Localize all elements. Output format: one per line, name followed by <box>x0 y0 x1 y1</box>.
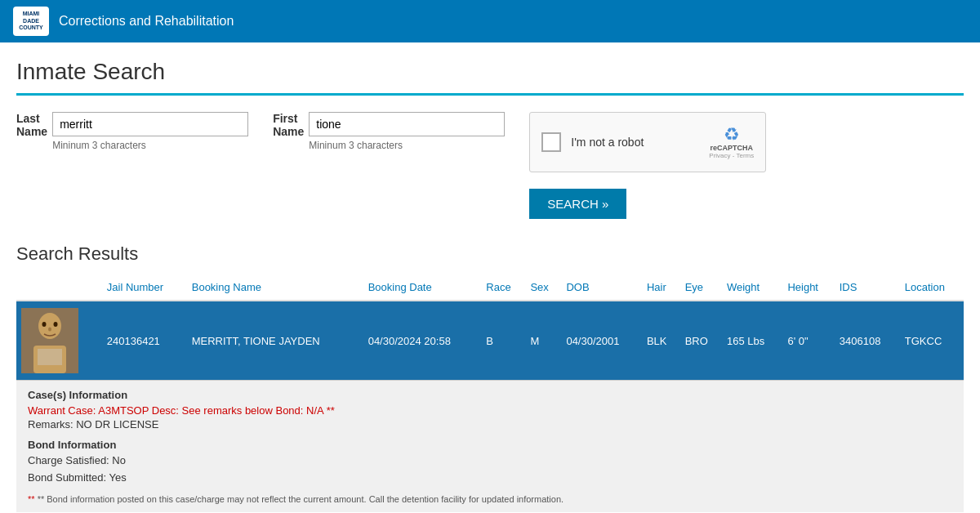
charge-satisfied: Charge Satisfied: No <box>28 453 952 470</box>
col-sex: Sex <box>525 274 561 301</box>
captcha-and-search: I'm not a robot ♻ reCAPTCHA Privacy - Te… <box>529 112 766 219</box>
cell-booking-name: MERRITT, TIONE JAYDEN <box>187 301 363 381</box>
svg-point-6 <box>48 328 51 332</box>
warrant-desc: Desc: See remarks below Bond: N/A ** <box>152 404 335 417</box>
col-photo <box>16 274 102 301</box>
recaptcha-brand: reCAPTCHA <box>710 144 754 152</box>
last-name-label: Last Name <box>16 112 47 138</box>
svg-point-4 <box>42 322 47 327</box>
table-row: 240136421 MERRITT, TIONE JAYDEN 04/30/20… <box>16 301 964 381</box>
svg-rect-3 <box>38 349 62 365</box>
col-weight: Weight <box>722 274 782 301</box>
cell-ids: 3406108 <box>835 301 900 381</box>
last-name-input[interactable] <box>52 112 248 136</box>
col-location: Location <box>900 274 964 301</box>
col-ids: IDS <box>835 274 900 301</box>
disclaimer-text: ** Bond information posted on this case/… <box>38 494 564 504</box>
col-dob: DOB <box>561 274 641 301</box>
col-eye: Eye <box>680 274 722 301</box>
header-title: Corrections and Rehabilitation <box>59 14 234 29</box>
col-jail-number: Jail Number <box>102 274 187 301</box>
table-header-row: Jail Number Booking Name Booking Date Ra… <box>16 274 964 301</box>
col-height: Height <box>782 274 834 301</box>
svg-point-1 <box>38 313 61 339</box>
cell-hair: BLK <box>642 301 680 381</box>
recaptcha-logo: ♻ reCAPTCHA Privacy - Terms <box>709 126 754 159</box>
site-header: MIAMI DADE COUNTY Corrections and Rehabi… <box>0 0 980 42</box>
cell-race: B <box>481 301 525 381</box>
col-booking-name: Booking Name <box>187 274 363 301</box>
search-button[interactable]: SEARCH » <box>529 189 626 219</box>
warrant-case-link[interactable]: A3MTSOP <box>98 404 149 417</box>
cell-dob: 04/30/2001 <box>561 301 641 381</box>
disclaimer: ** ** Bond information posted on this ca… <box>28 494 952 504</box>
logo-text: MIAMI DADE COUNTY <box>19 11 43 31</box>
recaptcha-icon: ♻ <box>724 126 740 144</box>
case-info-row: Case(s) Information Warrant Case: A3MTSO… <box>16 381 964 513</box>
svg-point-5 <box>54 322 58 327</box>
search-button-area: SEARCH » <box>529 189 766 219</box>
case-info-cell: Case(s) Information Warrant Case: A3MTSO… <box>16 381 964 513</box>
photo-silhouette <box>21 308 78 373</box>
recaptcha-label: I'm not a robot <box>571 136 644 149</box>
bond-submitted: Bond Submitted: Yes <box>28 470 952 487</box>
results-table: Jail Number Booking Name Booking Date Ra… <box>16 274 964 512</box>
cell-height: 6' 0" <box>782 301 834 381</box>
first-name-hint: Mininum 3 characters <box>309 140 505 151</box>
warrant-line: Warrant Case: A3MTSOP Desc: See remarks … <box>28 404 952 417</box>
cell-sex: M <box>525 301 561 381</box>
search-form: Last Name Mininum 3 characters First Nam… <box>16 112 964 219</box>
cell-location: TGKCC <box>900 301 964 381</box>
last-name-group: Last Name Mininum 3 characters <box>16 112 248 151</box>
cell-booking-date: 04/30/2024 20:58 <box>363 301 482 381</box>
cell-jail-number: 240136421 <box>102 301 187 381</box>
results-title: Search Results <box>16 243 964 265</box>
warrant-label: Warrant Case: <box>28 404 96 417</box>
first-name-input[interactable] <box>309 112 505 136</box>
recaptcha-widget[interactable]: I'm not a robot ♻ reCAPTCHA Privacy - Te… <box>529 112 766 172</box>
cell-photo <box>16 301 102 381</box>
remarks-text: Remarks: NO DR LICENSE <box>28 417 952 434</box>
recaptcha-checkbox[interactable] <box>541 132 561 152</box>
page-title: Inmate Search <box>16 59 964 85</box>
col-hair: Hair <box>642 274 680 301</box>
bond-info-title: Bond Information <box>28 439 952 451</box>
inmate-photo <box>21 308 78 373</box>
case-info-title: Case(s) Information <box>28 389 952 401</box>
logo: MIAMI DADE COUNTY <box>13 7 49 36</box>
last-name-hint: Mininum 3 characters <box>52 140 248 151</box>
main-content: Inmate Search Last Name Mininum 3 charac… <box>0 42 980 513</box>
cell-weight: 165 Lbs <box>722 301 782 381</box>
col-race: Race <box>481 274 525 301</box>
title-divider <box>16 93 964 96</box>
first-name-group: First Name Mininum 3 characters <box>273 112 505 151</box>
col-booking-date: Booking Date <box>363 274 482 301</box>
cell-eye: BRO <box>680 301 722 381</box>
recaptcha-sub: Privacy - Terms <box>709 152 754 159</box>
first-name-label: First Name <box>273 112 304 138</box>
